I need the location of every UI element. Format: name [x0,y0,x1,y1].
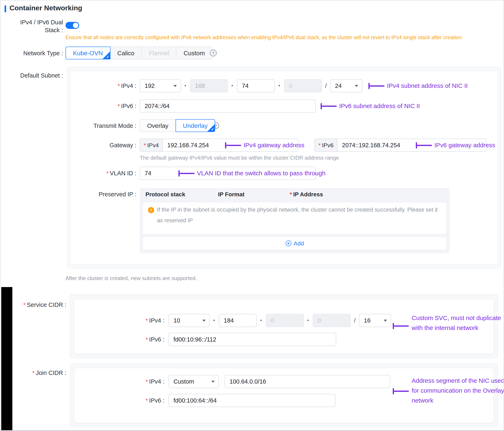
subnet-ipv4-octet3-input[interactable] [237,79,275,92]
chevron-down-icon [384,320,387,322]
octet-separator: · [228,79,237,92]
dual-stack-warning: Ensure that all nodes are correctly conf… [65,35,463,40]
required-asterisk: * [146,336,148,343]
network-type-calico[interactable]: Calico [110,47,142,59]
service-ipv6-label: *IPv6 : [0,333,164,346]
annotation-marker [369,83,385,89]
required-asterisk: * [144,142,146,149]
required-asterisk: * [319,142,321,149]
service-ipv4-octet3-input [266,314,304,327]
plus-circle-icon: + [285,240,291,246]
join-ipv4-mode-select[interactable]: Custom [169,375,219,388]
container-networking-form: Container Networking IPv4 / IPv6 Dual St… [0,0,504,431]
check-icon: ✓ [106,55,109,59]
service-cidr-label: *Service CIDR : [0,301,66,309]
bottom-divider [0,430,504,431]
annotation-marker [416,142,432,149]
transmit-mode-label: Transmit Mode : [0,119,136,132]
column-ip-format: IP Format [218,191,245,197]
join-ipv4-label: *IPv4 : [0,375,164,388]
chevron-down-icon [211,381,215,383]
octet-separator: · [275,79,284,92]
default-subnet-label: Default Subnet : [0,71,63,80]
network-type-flannel: Flannel [141,47,176,59]
service-ipv6-input[interactable] [169,333,336,346]
toggle-knob-icon [73,23,78,28]
add-preserved-ip-button[interactable]: + Add [143,237,446,250]
prefix-separator: / [351,314,359,327]
subnet-ipv4-octet4-input [284,79,322,92]
octet-separator: · [257,314,266,327]
network-type-label: Network Type : [0,47,63,60]
annotation-marker [179,170,195,177]
transmit-overlay-button[interactable]: Overlay [140,119,176,132]
service-ipv4-inputs: 10 · · · / 16 [169,314,391,327]
subnet-ipv4-inputs: 192 · · · / 24 [140,79,362,92]
gateway-ipv4-addon: *IPv4 [140,139,162,152]
annotation-marker [393,323,409,329]
required-asterisk: * [146,317,148,324]
vlan-id-label: *VLAN ID : [0,167,136,180]
subnet-footnote: After the cluster is created, new subnet… [65,275,197,281]
network-type-options: Kube-OVN ✓ Calico Flannel Custom [65,47,212,59]
transmit-underlay-button[interactable]: Underlay ✓ [175,119,215,132]
network-type-custom[interactable]: Custom [176,47,212,59]
join-ipv6-label: *IPv6 : [0,394,164,407]
gateway-ipv6-annotation: IPv6 gateway address [434,141,495,149]
service-ipv4-octet2-input[interactable] [219,314,257,327]
service-cidr-annotation: Custom SVC, must not duplicate with the … [412,313,501,333]
warning-icon: ! [148,207,154,213]
dual-stack-toggle[interactable] [65,22,79,29]
prefix-separator: / [322,79,330,92]
required-asterisk: * [23,301,26,308]
gateway-ipv4-annotation: IPv4 gateway address [243,141,304,149]
required-asterisk: * [118,103,120,109]
network-type-help-icon[interactable]: ? [210,49,217,56]
chevron-down-icon [355,85,358,87]
service-ipv4-octet4-input [313,314,351,327]
subnet-ipv4-octet2-input [190,79,228,92]
annotation-marker [225,142,241,149]
service-ipv4-prefix-select[interactable]: 16 [359,314,391,327]
chevron-down-icon [202,320,206,322]
page-title: Container Networking [9,4,82,12]
required-asterisk: * [106,170,108,177]
subnet-ipv4-label: *IPv4 : [0,79,136,92]
column-ip-address: *IP Address [290,191,323,197]
octet-separator: · [210,314,219,327]
check-icon: ✓ [211,127,214,131]
chevron-down-icon [173,85,177,87]
octet-separator: · [304,314,313,327]
subnet-ipv4-prefix-select[interactable]: 24 [330,79,362,92]
octet-separator: · [181,79,190,92]
preserved-ip-warning-text: If the IP in the subnet is occupied by t… [157,205,442,226]
section-accent-bar [5,5,6,12]
required-asterisk: * [146,378,148,385]
service-ipv4-label: *IPv4 : [0,314,164,327]
subnet-ipv4-octet1-select[interactable]: 192 [140,79,181,92]
network-type-kube-ovn[interactable]: Kube-OVN ✓ [65,47,110,59]
annotation-marker [393,388,409,394]
subnet-ipv4-annotation: IPv4 subnet address of NIC II [387,82,468,90]
gateway-helper-text: The default gateway IPv4/IPv6 value must… [140,155,339,161]
required-asterisk: * [290,191,292,197]
subnet-ipv6-input[interactable] [140,99,316,112]
add-button-label: Add [294,240,304,247]
column-protocol-stack: Protocol stack [145,191,185,197]
gateway-label: Gateway : [0,139,136,152]
gateway-ipv6-addon: *IPv6 [315,139,337,152]
service-ipv4-octet1-select[interactable]: 10 [169,314,210,327]
required-asterisk: * [118,83,120,89]
join-cidr-annotation: Address segment of the NIC used for comm… [412,376,504,405]
transmit-mode-options: Overlay Underlay ✓ [140,119,215,132]
annotation-marker [321,103,337,109]
dual-stack-label: IPv4 / IPv6 Dual Stack : [0,19,63,34]
preserved-ip-label: Preserved IP : [0,190,136,198]
subnet-ipv6-annotation: IPv6 subnet address of NIC II [339,102,420,110]
subnet-ipv6-label: *IPv6 : [0,99,136,112]
join-ipv6-input[interactable] [169,394,335,407]
required-asterisk: * [146,397,148,404]
vlan-id-annotation: VLAN ID that the switch allows to pass t… [197,169,325,177]
join-ipv4-input[interactable] [225,375,390,388]
